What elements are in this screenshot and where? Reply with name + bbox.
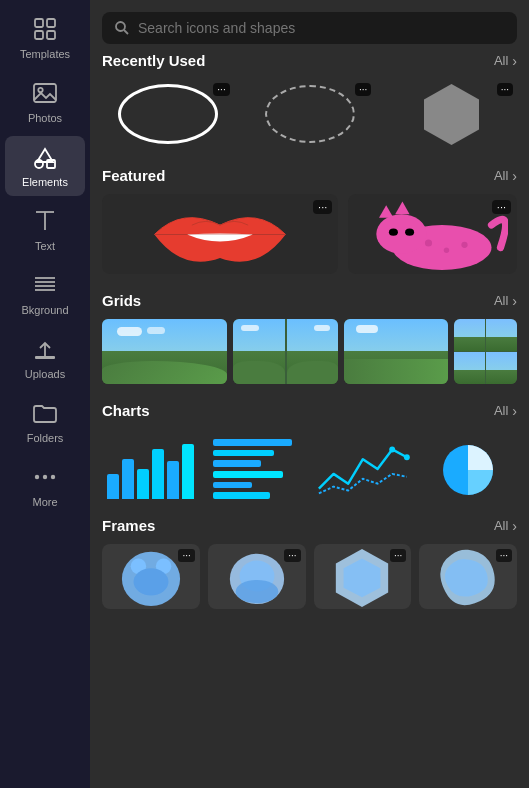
svg-point-31: [389, 447, 395, 453]
more-icon: [32, 464, 58, 492]
featured-item-cat[interactable]: ···: [348, 194, 517, 274]
chart-item-bar[interactable]: [102, 429, 200, 499]
shape-dots-2[interactable]: ···: [355, 83, 371, 96]
frame-item-2[interactable]: ···: [208, 544, 306, 609]
frame-item-1[interactable]: ···: [102, 544, 200, 609]
grids-row: [102, 319, 517, 384]
section-all-frames[interactable]: All ›: [494, 518, 517, 534]
shape-item-hexagon[interactable]: ···: [385, 79, 517, 149]
oval-white-shape: [118, 84, 218, 144]
svg-point-19: [116, 22, 125, 31]
hbar-chart: [213, 439, 301, 499]
svg-marker-24: [379, 205, 393, 218]
line-chart-svg: [314, 439, 412, 499]
frame-dots-1[interactable]: ···: [178, 549, 194, 562]
frame-item-4[interactable]: ···: [419, 544, 517, 609]
grid-icon: [32, 16, 58, 44]
section-header-recently-used: Recently Used All ›: [102, 52, 517, 69]
grid-2col: [233, 319, 337, 384]
frame-svg-1: [117, 545, 185, 608]
section-all-featured[interactable]: All ›: [494, 168, 517, 184]
sidebar-item-uploads[interactable]: Uploads: [5, 328, 85, 388]
chevron-right-icon: ›: [512, 53, 517, 69]
cat-svg: [358, 198, 508, 270]
sidebar-item-background[interactable]: Bkground: [5, 264, 85, 324]
featured-row: ···: [102, 194, 517, 274]
section-all-recently-used[interactable]: All ›: [494, 53, 517, 69]
shape-dots-3[interactable]: ···: [497, 83, 513, 96]
hbar-6: [213, 492, 270, 499]
sidebar-item-photos[interactable]: Photos: [5, 72, 85, 132]
svg-line-20: [124, 30, 128, 34]
chevron-right-icon-grids: ›: [512, 293, 517, 309]
svg-point-16: [35, 475, 39, 479]
section-frames: Frames All › ···: [102, 517, 517, 609]
svg-point-23: [376, 214, 426, 254]
shape-dots-1[interactable]: ···: [213, 83, 229, 96]
charts-row: [102, 429, 517, 499]
hbar-4: [213, 471, 283, 478]
featured-dots-cat[interactable]: ···: [492, 200, 511, 214]
svg-point-5: [38, 88, 42, 92]
search-input[interactable]: [138, 20, 505, 36]
hbar-5: [213, 482, 253, 489]
frame-dots-3[interactable]: ···: [390, 549, 406, 562]
sidebar-item-label-uploads: Uploads: [25, 368, 65, 380]
frame-svg-2: [223, 545, 291, 608]
sidebar-item-label-photos: Photos: [28, 112, 62, 124]
chevron-right-icon-charts: ›: [512, 403, 517, 419]
chart-item-pie[interactable]: [419, 429, 517, 499]
frames-row: ··· ··· ···: [102, 544, 517, 609]
sidebar-item-elements[interactable]: Elements: [5, 136, 85, 196]
svg-point-26: [389, 229, 398, 236]
search-icon: [114, 20, 130, 36]
sidebar-item-label-background: Bkground: [21, 304, 68, 316]
frame-dots-2[interactable]: ···: [284, 549, 300, 562]
section-recently-used: Recently Used All › ··· ···: [102, 52, 517, 149]
featured-item-lips[interactable]: ···: [102, 194, 338, 274]
shape-item-oval-dashed[interactable]: ···: [244, 79, 376, 149]
frame-item-3[interactable]: ···: [314, 544, 412, 609]
sidebar-item-more[interactable]: More: [5, 456, 85, 516]
svg-point-18: [51, 475, 55, 479]
svg-point-32: [403, 454, 409, 460]
hexagon-shape: [419, 82, 484, 147]
svg-marker-25: [395, 202, 409, 215]
section-featured: Featured All ›: [102, 167, 517, 274]
image-icon: [32, 80, 58, 108]
bar-1: [107, 474, 119, 499]
section-charts: Charts All ›: [102, 402, 517, 499]
grid-item-3[interactable]: [344, 319, 448, 384]
svg-point-30: [461, 242, 467, 248]
grid-item-2[interactable]: [233, 319, 337, 384]
upload-icon: [32, 336, 58, 364]
bar-chart: [107, 439, 194, 499]
frame-svg-4: [434, 545, 502, 608]
section-all-grids[interactable]: All ›: [494, 293, 517, 309]
text-icon: [32, 208, 58, 236]
sidebar-item-label-more: More: [32, 496, 57, 508]
grid-item-1[interactable]: [102, 319, 227, 384]
recently-used-row: ··· ··· ···: [102, 79, 517, 149]
bar-6: [182, 444, 194, 499]
sidebar-item-text[interactable]: Text: [5, 200, 85, 260]
sidebar-item-folders[interactable]: Folders: [5, 392, 85, 452]
featured-dots-lips[interactable]: ···: [313, 200, 332, 214]
section-all-charts[interactable]: All ›: [494, 403, 517, 419]
svg-rect-1: [47, 19, 55, 27]
sidebar-item-label-folders: Folders: [27, 432, 64, 444]
shape-item-oval-white[interactable]: ···: [102, 79, 234, 149]
chart-item-hbar[interactable]: [208, 429, 306, 499]
chevron-right-icon-featured: ›: [512, 168, 517, 184]
svg-rect-3: [47, 31, 55, 39]
svg-point-27: [405, 229, 414, 236]
background-icon: [32, 272, 58, 300]
frame-dots-4[interactable]: ···: [496, 549, 512, 562]
chart-item-line[interactable]: [314, 429, 412, 499]
frame-svg-3: [328, 545, 396, 608]
bar-2: [122, 459, 134, 499]
grid-item-4[interactable]: [454, 319, 517, 384]
svg-rect-2: [35, 31, 43, 39]
section-title-frames: Frames: [102, 517, 155, 534]
sidebar-item-templates[interactable]: Templates: [5, 8, 85, 68]
